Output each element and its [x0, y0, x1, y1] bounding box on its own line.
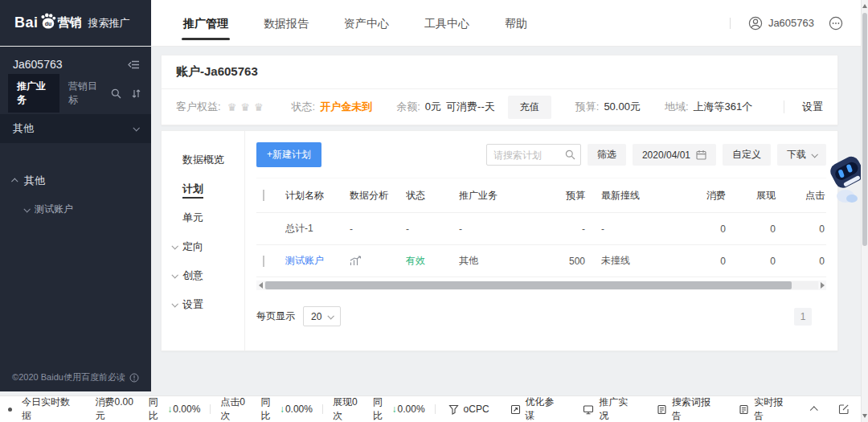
subnav-data-overview[interactable]: 数据概览	[162, 145, 244, 174]
rights-label: 客户权益:	[176, 100, 221, 114]
download-label: 下载	[787, 148, 806, 162]
collapse-sidebar-icon[interactable]	[128, 59, 140, 70]
subnav-unit[interactable]: 单元	[162, 203, 244, 232]
subnav-creative[interactable]: 创意	[162, 261, 244, 290]
per-page-value: 20	[311, 311, 321, 322]
sidebar-filter-dropdown[interactable]: 其他	[0, 114, 151, 143]
recharge-button[interactable]: 充值	[508, 96, 551, 119]
account-settings-button[interactable]: 设置	[802, 100, 823, 114]
subnav-settings[interactable]: 设置	[162, 290, 244, 319]
down-arrow-icon: ↓	[167, 404, 172, 415]
top-header: Bai du 营销 搜索推广 推广管理 数据报告 资产中心 工具中心 帮助 Ja…	[0, 0, 861, 47]
metric-impressions-pct: 0.00%	[398, 404, 425, 415]
funnel-icon	[448, 404, 459, 415]
link-ocpc-label: oCPC	[464, 404, 489, 415]
filter-button-label: 筛选	[597, 148, 616, 162]
down-arrow-icon: ↓	[392, 404, 397, 415]
balance-value: 0元	[425, 100, 441, 114]
baidu-paw-icon: du	[39, 13, 57, 30]
h-scroll-thumb[interactable]	[265, 281, 792, 289]
chart-icon[interactable]	[350, 256, 401, 266]
plan-line: 未撞线	[590, 254, 662, 268]
budget-label: 预算:	[575, 100, 600, 114]
table-row: 测试账户 有效 其他 500 未撞线 0 0 0	[256, 245, 826, 277]
metric-clicks-value: 点击0次	[220, 395, 252, 422]
settings-divider	[784, 100, 784, 113]
col-data-analysis: 数据分析	[350, 189, 406, 203]
tab-marketing-goal[interactable]: 营销目标	[59, 74, 111, 113]
scroll-right-arrow[interactable]	[818, 281, 826, 290]
sidebar-group-other[interactable]: 其他	[0, 174, 151, 188]
more-options-icon[interactable]	[829, 16, 843, 31]
scroll-left-arrow[interactable]	[256, 281, 264, 290]
col-business: 推广业务	[459, 189, 546, 203]
nav-asset-center[interactable]: 资产中心	[338, 0, 395, 47]
subnav-plan[interactable]: 计划	[162, 174, 244, 203]
metric-cost: 消费0.00元 同比 ↓ 0.00%	[96, 395, 201, 422]
row-checkbox[interactable]	[263, 256, 264, 267]
table-header-row: 计划名称 数据分析 状态 推广业务 预算 最新撞线 消费 展现 点击	[256, 178, 826, 213]
header-username[interactable]: Ja605763	[768, 17, 814, 29]
sidebar-account-name: Ja605763	[13, 58, 63, 71]
plan-clicks: 0	[780, 256, 826, 267]
nav-help[interactable]: 帮助	[498, 0, 534, 47]
logo-text-bai: Bai	[14, 14, 39, 31]
content-card: 数据概览 计划 单元 定向 创意 设置 +新建计划	[161, 130, 838, 351]
scroll-up-arrow[interactable]	[862, 4, 867, 8]
budget-value: 50.00元	[604, 100, 641, 114]
select-all-checkbox[interactable]	[263, 190, 264, 201]
plan-impressions: 0	[731, 256, 780, 267]
sort-icon[interactable]	[131, 88, 141, 99]
nav-promotion-management[interactable]: 推广管理	[177, 0, 235, 47]
metric-cost-cmp: 同比	[149, 395, 167, 422]
sidebar-item-test-account[interactable]: 测试账户	[0, 203, 151, 216]
date-picker-button[interactable]: 2020/04/01	[633, 144, 716, 166]
link-promotion-live[interactable]: 推广实况	[583, 395, 636, 422]
metric-divider	[210, 404, 211, 414]
balance-days: 可消费--天	[446, 100, 495, 114]
region-label: 地域:	[665, 100, 689, 114]
subnav-targeting[interactable]: 定向	[162, 232, 244, 261]
new-plan-button[interactable]: +新建计划	[256, 142, 321, 167]
link-realtime-report[interactable]: 实时报告	[739, 395, 791, 422]
edit-icon[interactable]	[838, 404, 850, 415]
metric-cost-pct: 0.00%	[173, 404, 200, 415]
sidebar-child-label: 测试账户	[35, 203, 73, 216]
per-page-select[interactable]: 20	[303, 306, 341, 326]
top-nav: 推广管理 数据报告 资产中心 工具中心 帮助	[166, 0, 545, 46]
bullet-icon	[8, 408, 12, 412]
scroll-down-arrow[interactable]	[862, 414, 867, 418]
user-icon[interactable]	[748, 16, 763, 31]
plan-budget: 500	[546, 256, 590, 267]
h-scroll-track[interactable]	[264, 281, 818, 289]
page-number-button[interactable]: 1	[794, 308, 812, 326]
link-ocpc[interactable]: oCPC	[448, 404, 489, 415]
search-icon[interactable]	[111, 88, 121, 99]
metric-clicks-cmp: 同比	[260, 395, 279, 422]
rights-crown-icons: ♛♛♛	[227, 101, 268, 113]
link-search-term-report[interactable]: 搜索词报告	[657, 395, 718, 422]
sidebar-tabs: 推广业务 营销目标	[0, 80, 151, 106]
brand-logo[interactable]: Bai du 营销 搜索推广	[0, 0, 151, 46]
plan-search	[486, 144, 581, 166]
metric-impressions: 展现0次 同比 ↓ 0.00%	[333, 395, 425, 422]
filter-button[interactable]: 筛选	[588, 144, 626, 166]
plan-name-link[interactable]: 测试账户	[285, 255, 324, 266]
monitor-icon	[583, 404, 594, 415]
nav-data-report[interactable]: 数据报告	[257, 0, 315, 47]
balance-label: 余额:	[396, 100, 420, 114]
total-line: -	[590, 223, 662, 235]
collapse-up-icon[interactable]	[810, 406, 818, 414]
link-promotion-live-label: 推广实况	[599, 395, 636, 422]
search-icon[interactable]	[565, 150, 575, 160]
custom-columns-button[interactable]: 自定义	[723, 144, 771, 166]
v-scroll-thumb[interactable]	[862, 13, 867, 246]
page-vertical-scrollbar[interactable]	[861, 0, 868, 422]
link-optimization-advisor[interactable]: 优化参谋	[510, 395, 563, 422]
info-icon[interactable]	[129, 373, 139, 383]
nav-tool-center[interactable]: 工具中心	[418, 0, 476, 47]
metric-clicks: 点击0次 同比 ↓ 0.00%	[220, 395, 313, 422]
tab-promotion-business[interactable]: 推广业务	[8, 74, 59, 113]
download-button[interactable]: 下载	[777, 144, 826, 166]
col-clicks: 点击	[780, 189, 826, 203]
